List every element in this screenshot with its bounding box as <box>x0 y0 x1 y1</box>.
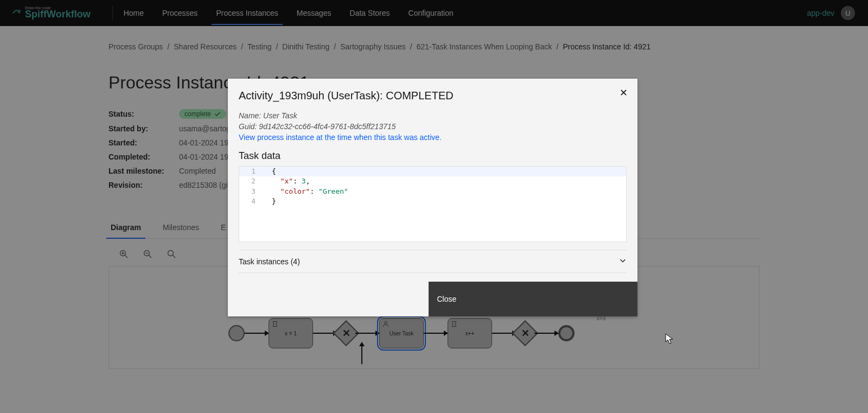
modal-guid-line: Guid: 9d142c32-cc66-4fc4-9761-8dc5ff2137… <box>239 122 627 132</box>
accordion-label: Task instances (4) <box>239 257 300 266</box>
close-button[interactable]: Close <box>429 282 638 316</box>
modal-footer: Close <box>228 282 637 316</box>
task-data-heading: Task data <box>239 150 627 162</box>
code-editor[interactable]: 1{ 2 "x": 3, 3 "color": "Green" 4} <box>239 166 627 242</box>
close-icon[interactable]: ✕ <box>618 87 629 98</box>
task-modal: ✕ Activity_193m9uh (UserTask): COMPLETED… <box>228 79 637 316</box>
task-instances-accordion[interactable]: Task instances (4) <box>239 250 627 273</box>
modal-name-line: Name: User Task <box>239 111 627 122</box>
chevron-down-icon <box>619 257 627 266</box>
view-instance-link[interactable]: View process instance at the time when t… <box>239 133 442 142</box>
code-x-value: 3 <box>302 177 306 185</box>
modal-title: Activity_193m9uh (UserTask): COMPLETED <box>239 90 627 102</box>
close-button-label: Close <box>437 295 457 303</box>
code-color-value: Green <box>323 187 344 195</box>
